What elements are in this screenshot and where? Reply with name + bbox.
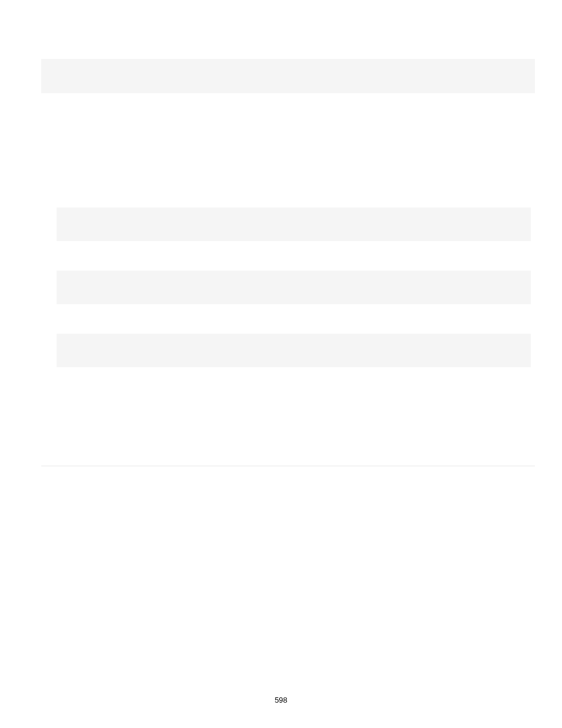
content-block xyxy=(57,334,531,367)
page-number: 598 xyxy=(0,696,562,704)
content-block xyxy=(57,271,531,304)
document-page: 598 xyxy=(0,0,562,728)
content-block xyxy=(41,59,535,93)
horizontal-divider xyxy=(41,466,535,466)
content-block xyxy=(57,207,531,241)
